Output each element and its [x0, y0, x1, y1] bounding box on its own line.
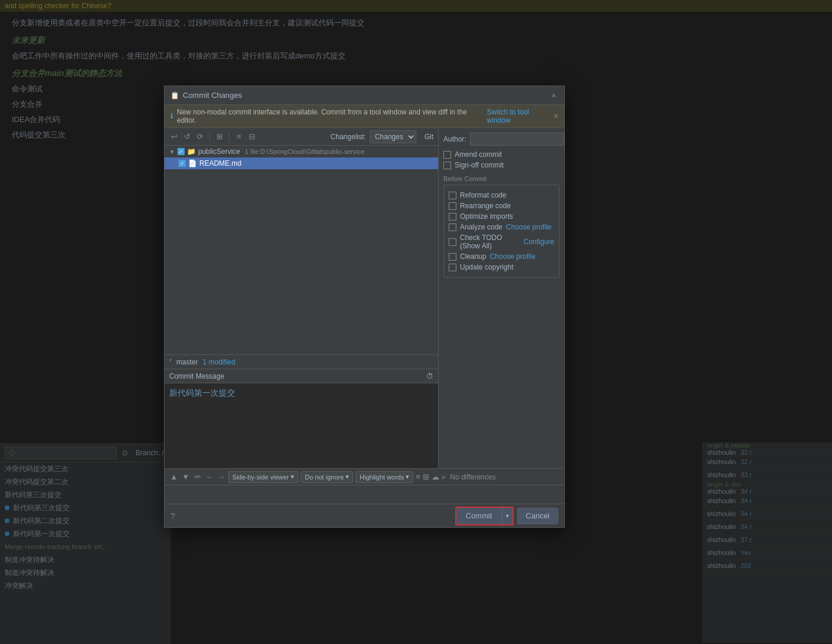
clock-icon[interactable]: ⏱: [426, 372, 433, 380]
check-todo-link[interactable]: Configure: [524, 238, 554, 246]
diff-viewer-arrow: ▾: [291, 473, 294, 481]
cleanup-checkbox[interactable]: [449, 253, 456, 261]
diff-viewer-label: Side-by-side viewer: [232, 474, 289, 481]
author-label: Author:: [443, 135, 466, 143]
diff-icon-cloud[interactable]: ☁: [432, 472, 439, 481]
commit-message-textarea[interactable]: [165, 383, 438, 468]
list-icon[interactable]: ≡: [234, 132, 244, 142]
info-banner: ℹ New non-modal commit interface is avai…: [165, 105, 564, 128]
action-bar: ? Commit ▾ Cancel: [165, 504, 564, 527]
amend-commit-label: Amend commit: [455, 150, 502, 159]
diff-ignore-button[interactable]: Do not ignore ▾: [301, 471, 353, 483]
commit-message-section: Commit Message ⏱: [165, 369, 438, 468]
rearrange-code-row: Rearrange code: [449, 202, 554, 210]
switch-tool-window-link[interactable]: Switch to tool window: [487, 108, 554, 124]
diff-icon-group: ≡ ⊞ ☁ »: [416, 472, 445, 481]
before-commit-title: Before Commit: [443, 175, 560, 182]
intellij-icon: 📋: [170, 91, 179, 100]
analyze-code-link[interactable]: Choose profile: [506, 223, 551, 231]
file-icon: 📄: [188, 159, 197, 167]
banner-close-button[interactable]: ×: [554, 111, 558, 121]
reformat-code-label: Reformat code: [460, 191, 507, 199]
file-list: ▼ ✓ 📁 publicService 1 file D:\SpringClou…: [165, 146, 438, 354]
file-tree-child-readme[interactable]: ✓ 📄 README.md: [165, 157, 438, 169]
cancel-button[interactable]: Cancel: [517, 508, 558, 524]
close-button[interactable]: ×: [549, 91, 558, 100]
back-nav-icon[interactable]: ↩: [169, 132, 179, 142]
commit-msg-label: Commit Message: [169, 372, 224, 380]
toolbar-separator: [209, 132, 210, 142]
diff-forward-icon[interactable]: →: [216, 472, 226, 482]
toolbar-separator-2: [229, 132, 229, 142]
commit-dialog: 📋 Commit Changes × ℹ New non-modal commi…: [164, 86, 565, 528]
changelist-label: Changelist:: [331, 133, 366, 141]
diff-highlight-label: Highlight words: [360, 474, 404, 481]
amend-commit-row: Amend commit: [443, 150, 560, 159]
split-icon[interactable]: ⊟: [247, 132, 256, 142]
commit-dropdown-button[interactable]: ▾: [502, 508, 512, 524]
update-copyright-checkbox[interactable]: [449, 264, 456, 271]
diff-more-icon[interactable]: »: [442, 473, 446, 481]
diff-up-icon[interactable]: ▲: [169, 472, 179, 482]
author-row: Author:: [443, 133, 560, 146]
no-differences-label: No differences: [450, 473, 496, 481]
file-tree-parent[interactable]: ▼ ✓ 📁 publicService 1 file D:\SpringClou…: [165, 146, 438, 157]
git-label: Git: [425, 133, 433, 141]
reformat-code-row: Reformat code: [449, 191, 554, 199]
cleanup-label: Cleanup: [460, 252, 486, 261]
diff-section: ▲ ▼ ✏ ← → Side-by-side viewer ▾ Do not i…: [165, 468, 564, 504]
diff-icon-list[interactable]: ≡: [416, 472, 420, 481]
dialog-title: 📋 Commit Changes: [170, 91, 242, 100]
optimize-imports-checkbox[interactable]: [449, 213, 456, 221]
child-checkbox[interactable]: ✓: [179, 160, 186, 167]
folder-icon: 📁: [187, 147, 196, 156]
diff-highlight-arrow: ▾: [406, 473, 409, 481]
sign-off-row: Sign-off commit: [443, 161, 560, 169]
rearrange-code-label: Rearrange code: [460, 202, 511, 210]
diff-highlight-button[interactable]: Highlight words ▾: [356, 471, 413, 483]
diff-icon-grid[interactable]: ⊞: [423, 472, 429, 481]
undo-icon[interactable]: ↺: [182, 132, 192, 142]
dialog-title-bar: 📋 Commit Changes ×: [165, 86, 564, 105]
cleanup-link[interactable]: Choose profile: [490, 252, 535, 261]
cleanup-row: Cleanup Choose profile: [449, 252, 554, 261]
changelist-dropdown[interactable]: Changes: [370, 130, 416, 143]
info-icon: ℹ: [170, 112, 173, 120]
diff-viewer-button[interactable]: Side-by-side viewer ▾: [228, 471, 298, 483]
commit-button[interactable]: Commit: [456, 508, 502, 524]
sign-off-label: Sign-off commit: [455, 161, 504, 169]
branch-name: master: [176, 358, 198, 366]
diff-ignore-label: Do not ignore: [305, 474, 344, 481]
diff-back-icon[interactable]: ←: [205, 472, 214, 482]
git-options-section: Author: Amend commit Sign-off commit Bef…: [439, 128, 564, 468]
diff-edit-icon[interactable]: ✏: [193, 472, 202, 482]
analyze-code-row: Analyze code Choose profile: [449, 223, 554, 231]
before-commit-options: Reformat code Rearrange code Optimize im…: [443, 185, 560, 278]
reformat-code-checkbox[interactable]: [449, 192, 456, 199]
amend-commit-checkbox[interactable]: [443, 151, 451, 159]
check-todo-checkbox[interactable]: [449, 238, 456, 246]
file-toolbar: ↩ ↺ ⟳ ⊞ ≡ ⊟ Changelist: Changes Git: [165, 128, 438, 146]
check-todo-row: Check TODO (Show All) Configure: [449, 234, 554, 250]
refresh-icon[interactable]: ⟳: [195, 132, 205, 142]
update-copyright-row: Update copyright: [449, 263, 554, 271]
diff-down-icon[interactable]: ▼: [181, 472, 190, 482]
info-banner-text: New non-modal commit interface is availa…: [177, 108, 484, 124]
author-input[interactable]: [470, 133, 564, 146]
diff-toolbar: ▲ ▼ ✏ ← → Side-by-side viewer ▾ Do not i…: [165, 469, 564, 485]
child-label: README.md: [199, 159, 241, 167]
rearrange-code-checkbox[interactable]: [449, 202, 456, 210]
parent-meta: 1 file D:\SpringCloud\Gitlab\public-serv…: [245, 148, 364, 155]
analyze-code-checkbox[interactable]: [449, 224, 456, 231]
grid-icon[interactable]: ⊞: [215, 132, 224, 142]
action-buttons: Commit ▾ Cancel: [455, 507, 558, 525]
update-copyright-label: Update copyright: [460, 263, 514, 271]
check-todo-label: Check TODO (Show All): [460, 234, 520, 250]
optimize-imports-row: Optimize imports: [449, 212, 554, 221]
dialog-body: ↩ ↺ ⟳ ⊞ ≡ ⊟ Changelist: Changes Git ▼ ✓: [165, 128, 564, 468]
parent-checkbox[interactable]: ✓: [177, 148, 185, 155]
optimize-imports-label: Optimize imports: [460, 212, 513, 221]
sign-off-checkbox[interactable]: [443, 162, 451, 169]
before-commit-section: Before Commit Reformat code Rearrange co…: [443, 175, 560, 278]
help-button[interactable]: ?: [170, 511, 175, 521]
